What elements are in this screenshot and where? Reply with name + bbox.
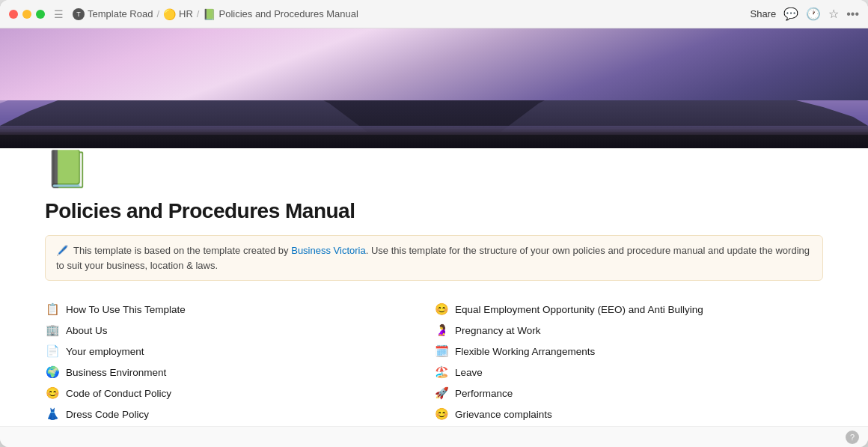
toc-emoji-2: 🏢 (45, 323, 60, 337)
toc-emoji-r4: 🏖️ (434, 365, 449, 379)
toc-emoji-r5: 🚀 (434, 386, 449, 400)
toc-item-leave[interactable]: 🏖️ Leave (434, 362, 823, 383)
breadcrumb-label-hr: HR (179, 8, 193, 19)
toc-text-5: Code of Conduct Policy (66, 388, 171, 399)
star-icon[interactable]: ☆ (828, 7, 839, 21)
avatar-icon: T (73, 8, 85, 20)
toc-item-grievance[interactable]: 😊 Grievance complaints (434, 404, 823, 425)
toc-emoji-1: 📋 (45, 302, 60, 316)
page-content: 📗 Policies and Procedures Manual 🖊️ This… (0, 148, 868, 426)
toc-text-r1: Equal Employment Opportunity (EEO) and A… (455, 304, 703, 315)
toc-emoji-6: 👗 (45, 407, 60, 421)
toc-text-6: Dress Code Policy (66, 409, 149, 420)
toc-item-performance[interactable]: 🚀 Performance (434, 383, 823, 404)
breadcrumb-separator-1: / (156, 8, 159, 19)
share-button[interactable]: Share (750, 8, 776, 19)
toc-emoji-5: 😊 (45, 386, 60, 400)
toc-item-business-env[interactable]: 🌍 Business Environment (45, 362, 434, 383)
toc-column-right: 😊 Equal Employment Opportunity (EEO) and… (434, 299, 823, 426)
toc-text-r4: Leave (455, 367, 483, 378)
toc-item-how-to-use[interactable]: 📋 How To Use This Template (45, 299, 434, 320)
toc-emoji-r2: 🤰 (434, 323, 449, 337)
manual-emoji: 📗 (203, 8, 216, 20)
toc-grid: 📋 How To Use This Template 🏢 About Us 📄 … (45, 299, 823, 426)
close-button[interactable] (9, 10, 18, 19)
hero-image (0, 28, 868, 148)
notice-text: 🖊️ This template is based on the templat… (56, 245, 291, 256)
toc-emoji-r6: 😊 (434, 407, 449, 421)
toc-text-4: Business Environment (66, 367, 166, 378)
breadcrumb-label-template-road: Template Road (88, 8, 153, 19)
toc-emoji-r1: 😊 (434, 302, 449, 316)
toc-text-3: Your employment (66, 346, 144, 357)
titlebar: ☰ T Template Road / 🟡 HR / 📗 Policies an… (0, 0, 868, 28)
toc-item-employment[interactable]: 📄 Your employment (45, 341, 434, 362)
help-button[interactable]: ? (846, 431, 859, 444)
toc-text-r5: Performance (455, 388, 513, 399)
content-area[interactable]: 📗 Policies and Procedures Manual 🖊️ This… (0, 28, 868, 426)
hero-sky (0, 28, 868, 100)
toc-emoji-r3: 🗓️ (434, 344, 449, 358)
page-title: Policies and Procedures Manual (45, 199, 823, 223)
page-icon: 📗 (45, 148, 823, 190)
breadcrumb-manual[interactable]: 📗 Policies and Procedures Manual (203, 8, 358, 20)
toc-text-r2: Pregnancy at Work (455, 325, 541, 336)
breadcrumb-hr[interactable]: 🟡 HR (163, 8, 193, 20)
breadcrumb-template-road[interactable]: T Template Road (73, 8, 153, 20)
toc-text-2: About Us (66, 325, 108, 336)
toc-item-about-us[interactable]: 🏢 About Us (45, 320, 434, 341)
menu-icon[interactable]: ☰ (54, 8, 64, 20)
hr-emoji: 🟡 (163, 8, 176, 20)
toc-column-left: 📋 How To Use This Template 🏢 About Us 📄 … (45, 299, 434, 426)
toc-emoji-4: 🌍 (45, 365, 60, 379)
toc-item-dress-code[interactable]: 👗 Dress Code Policy (45, 404, 434, 425)
breadcrumb-separator-2: / (197, 8, 200, 19)
titlebar-actions: Share 💬 🕐 ☆ ••• (750, 7, 859, 21)
minimize-button[interactable] (22, 10, 31, 19)
traffic-lights (9, 10, 45, 19)
svg-rect-12 (0, 126, 868, 135)
breadcrumb: T Template Road / 🟡 HR / 📗 Policies and … (73, 8, 750, 20)
toc-text-1: How To Use This Template (66, 304, 186, 315)
clock-icon[interactable]: 🕐 (806, 7, 821, 21)
toc-item-eeo[interactable]: 😊 Equal Employment Opportunity (EEO) and… (434, 299, 823, 320)
app-window: ☰ T Template Road / 🟡 HR / 📗 Policies an… (0, 0, 868, 447)
bottom-bar: ? (0, 426, 868, 447)
notice-link[interactable]: Business Victoria (291, 245, 365, 256)
toc-item-pregnancy[interactable]: 🤰 Pregnancy at Work (434, 320, 823, 341)
toc-text-r6: Grievance complaints (455, 409, 552, 420)
more-icon[interactable]: ••• (846, 7, 859, 21)
toc-text-r3: Flexible Working Arrangements (455, 346, 595, 357)
toc-item-flexible-working[interactable]: 🗓️ Flexible Working Arrangements (434, 341, 823, 362)
toc-item-code-of-conduct[interactable]: 😊 Code of Conduct Policy (45, 383, 434, 404)
comment-icon[interactable]: 💬 (783, 7, 798, 21)
toc-emoji-3: 📄 (45, 344, 60, 358)
maximize-button[interactable] (36, 10, 45, 19)
breadcrumb-label-manual: Policies and Procedures Manual (218, 8, 358, 19)
notice-box: 🖊️ This template is based on the templat… (45, 235, 823, 281)
